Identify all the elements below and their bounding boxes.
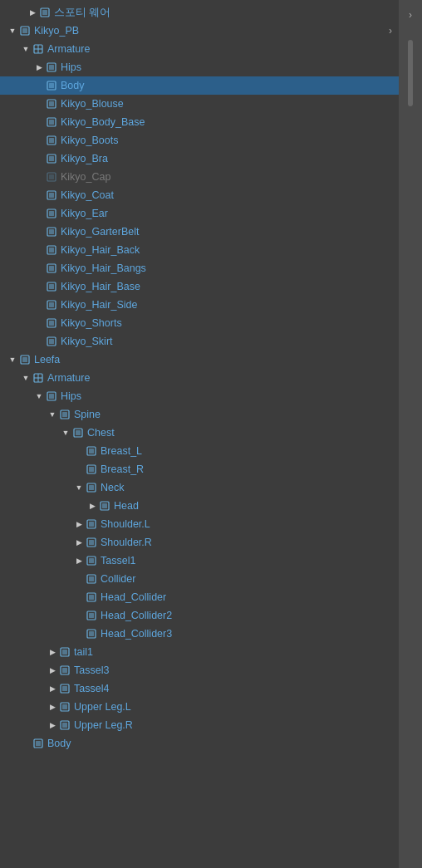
list-item[interactable]: Hips bbox=[0, 58, 399, 76]
svg-rect-67 bbox=[89, 595, 94, 600]
mesh-icon bbox=[45, 97, 58, 110]
list-item[interactable]: Kikyo_Hair_Back bbox=[0, 241, 399, 259]
list-item[interactable]: Kikyo_Boots bbox=[0, 131, 399, 150]
svg-rect-18 bbox=[49, 156, 54, 161]
list-item[interactable]: Shoulder.R bbox=[0, 533, 399, 552]
item-label: Spine bbox=[74, 409, 101, 420]
svg-rect-34 bbox=[49, 302, 54, 307]
svg-rect-32 bbox=[49, 284, 54, 289]
list-item[interactable]: Kikyo_Shorts bbox=[0, 314, 399, 332]
arrow-icon[interactable] bbox=[73, 518, 85, 530]
expand-panel-icon[interactable]: › bbox=[402, 7, 419, 23]
item-label: Leefa bbox=[34, 354, 60, 365]
item-label: tail1 bbox=[74, 646, 93, 658]
arrow-icon bbox=[73, 610, 85, 621]
list-item[interactable]: Neck bbox=[0, 478, 399, 497]
arrow-icon bbox=[33, 244, 45, 256]
list-item[interactable]: Breast_L bbox=[0, 442, 399, 460]
arrow-icon[interactable] bbox=[7, 354, 18, 365]
list-item[interactable]: 스포티 웨어 bbox=[0, 3, 399, 22]
svg-rect-53 bbox=[89, 467, 94, 472]
list-item[interactable]: Tassel3 bbox=[0, 661, 399, 679]
arrow-icon[interactable] bbox=[47, 409, 58, 420]
list-item[interactable]: Kikyo_Ear bbox=[0, 204, 399, 223]
arrow-icon[interactable] bbox=[47, 664, 58, 676]
svg-rect-75 bbox=[62, 668, 67, 673]
arrow-icon bbox=[33, 299, 45, 311]
arrow-icon[interactable] bbox=[33, 390, 45, 402]
list-item[interactable]: Kikyo_Hair_Base bbox=[0, 277, 399, 296]
mesh-icon bbox=[85, 591, 98, 604]
list-item[interactable]: Collider bbox=[0, 570, 399, 588]
arrow-icon[interactable] bbox=[73, 555, 85, 566]
svg-rect-20 bbox=[49, 174, 54, 179]
item-label: Shoulder.R bbox=[101, 537, 152, 548]
list-item[interactable]: Kikyo_Skirt bbox=[0, 332, 399, 351]
mesh-icon bbox=[45, 134, 58, 147]
item-label: Kikyo_Shorts bbox=[61, 317, 122, 329]
item-label: Head_Collider2 bbox=[101, 610, 172, 621]
item-label: Hips bbox=[61, 61, 81, 73]
list-item[interactable]: Kikyo_GarterBelt bbox=[0, 223, 399, 241]
list-item[interactable]: Head_Collider bbox=[0, 588, 399, 606]
list-item[interactable]: Body bbox=[0, 734, 399, 753]
svg-rect-81 bbox=[62, 723, 67, 728]
arrow-icon[interactable] bbox=[47, 683, 58, 694]
list-item[interactable]: tail1 bbox=[0, 643, 399, 661]
list-item[interactable]: Kikyo_Body_Base bbox=[0, 113, 399, 131]
list-item[interactable]: Kikyo_Cap bbox=[0, 168, 399, 186]
arrow-icon[interactable] bbox=[27, 7, 38, 18]
list-item[interactable]: Body bbox=[0, 76, 399, 95]
mesh-icon bbox=[85, 444, 98, 458]
list-item[interactable]: Kikyo_Hair_Bangs bbox=[0, 259, 399, 277]
list-item[interactable]: Kikyo_Coat bbox=[0, 186, 399, 204]
arrow-icon[interactable] bbox=[20, 372, 32, 384]
svg-rect-61 bbox=[89, 540, 94, 545]
svg-rect-77 bbox=[62, 686, 67, 691]
mesh-icon bbox=[45, 170, 58, 184]
item-label: Head bbox=[114, 500, 139, 512]
arrow-icon[interactable] bbox=[73, 537, 85, 548]
arrow-icon[interactable] bbox=[47, 646, 58, 658]
arrow-icon[interactable] bbox=[20, 43, 32, 55]
list-item[interactable]: Head_Collider2 bbox=[0, 606, 399, 625]
item-label: Chest bbox=[87, 427, 115, 439]
mesh-icon bbox=[98, 499, 111, 512]
list-item[interactable]: Upper Leg.L bbox=[0, 698, 399, 716]
list-item[interactable]: Kikyo_PB › bbox=[0, 22, 399, 40]
mesh-icon bbox=[45, 316, 58, 330]
list-item[interactable]: Armature bbox=[0, 40, 399, 58]
expand-icon[interactable]: › bbox=[389, 25, 395, 37]
arrow-icon[interactable] bbox=[33, 61, 45, 73]
list-item[interactable]: Upper Leg.R bbox=[0, 716, 399, 734]
hierarchy-panel[interactable]: 스포티 웨어 Kikyo_PB › Armature bbox=[0, 0, 399, 868]
mesh-icon bbox=[58, 645, 71, 659]
arrow-icon[interactable] bbox=[7, 25, 18, 37]
list-item[interactable]: Kikyo_Blouse bbox=[0, 95, 399, 113]
list-item[interactable]: Armature bbox=[0, 369, 399, 387]
list-item[interactable]: Shoulder.L bbox=[0, 515, 399, 533]
arrow-icon[interactable] bbox=[47, 701, 58, 713]
list-item[interactable]: Tassel4 bbox=[0, 679, 399, 698]
item-label: Hips bbox=[61, 390, 81, 402]
list-item[interactable]: Kikyo_Hair_Side bbox=[0, 296, 399, 314]
arrow-icon[interactable] bbox=[73, 482, 85, 493]
item-label: Kikyo_Hair_Side bbox=[61, 299, 137, 311]
item-label: Body bbox=[47, 738, 71, 749]
list-item[interactable]: Tassel1 bbox=[0, 552, 399, 570]
list-item[interactable]: Chest bbox=[0, 424, 399, 442]
mesh-icon bbox=[45, 262, 58, 275]
arrow-icon[interactable] bbox=[86, 500, 98, 512]
list-item[interactable]: Leefa bbox=[0, 351, 399, 369]
list-item[interactable]: Breast_R bbox=[0, 460, 399, 478]
list-item[interactable]: Head bbox=[0, 497, 399, 515]
list-item[interactable]: Head_Collider3 bbox=[0, 625, 399, 643]
list-item[interactable]: Kikyo_Bra bbox=[0, 150, 399, 168]
item-label: Head_Collider bbox=[101, 591, 166, 603]
scrollbar-thumb[interactable] bbox=[408, 40, 413, 106]
arrow-icon[interactable] bbox=[47, 719, 58, 731]
list-item[interactable]: Spine bbox=[0, 405, 399, 424]
item-label: Kikyo_Skirt bbox=[61, 336, 113, 347]
arrow-icon[interactable] bbox=[60, 427, 71, 439]
list-item[interactable]: Hips bbox=[0, 387, 399, 405]
